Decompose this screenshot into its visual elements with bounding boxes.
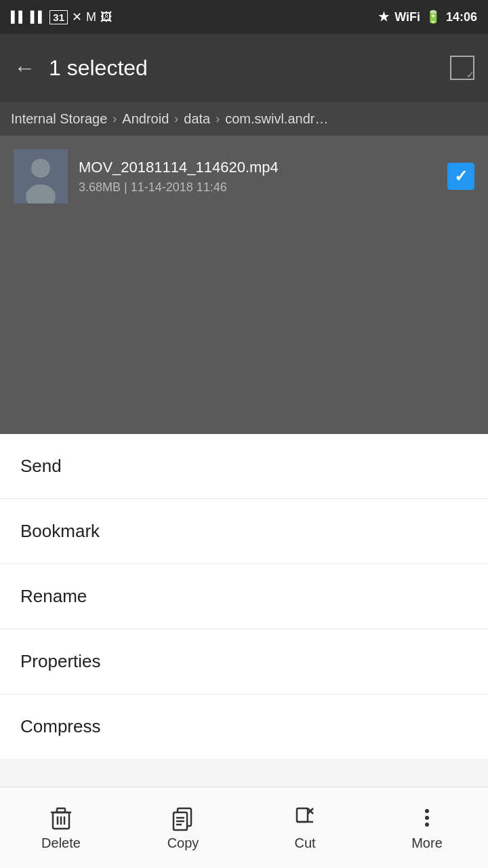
back-button[interactable]: ← [14,56,35,81]
cut-label: Cut [294,835,315,851]
selection-title: 1 selected [49,56,148,81]
status-bar: ▌▌ ▌▌ 31 ✕ M 🖼 ★ WiFi 🔋 14:06 [0,0,488,34]
delete-label: Delete [41,835,81,851]
cross-icon: ✕ [72,9,82,24]
checkbox-check-icon: ✓ [454,167,468,186]
breadcrumb-android[interactable]: Android [122,111,169,127]
select-all-button[interactable] [450,56,474,80]
svg-rect-6 [57,808,65,812]
toolbar-right [450,56,474,80]
star-icon: ★ [378,9,389,24]
file-checkbox[interactable]: ✓ [447,163,474,190]
svg-point-19 [425,809,429,813]
cut-icon [291,804,319,831]
menu-item-send[interactable]: Send [0,434,488,499]
signal-icon-1: ▌▌ [11,11,26,23]
delete-icon [47,804,75,831]
copy-button[interactable]: Copy [122,804,244,851]
menu-item-compress[interactable]: Compress [0,694,488,759]
copy-icon [169,804,197,831]
file-thumbnail-inner [14,149,68,203]
bottom-action-bar: Delete Copy Cut More [0,787,488,868]
status-right: ★ WiFi 🔋 14:06 [378,9,477,24]
toolbar-left: ← 1 selected [14,56,148,81]
thumbnail-image [14,149,68,203]
breadcrumb-data[interactable]: data [184,111,210,127]
empty-file-area [0,217,488,434]
breadcrumb: Internal Storage › Android › data › com.… [0,102,488,136]
breadcrumb-sep-3: › [216,112,220,126]
bottom-sheet-menu: Send Bookmark Rename Properties Compress [0,434,488,759]
menu-item-bookmark[interactable]: Bookmark [0,499,488,564]
gmail-icon: M [86,10,96,24]
svg-point-21 [425,823,429,827]
svg-rect-3 [14,149,68,203]
copy-label: Copy [167,835,199,851]
battery-icon: 🔋 [426,9,441,24]
file-item[interactable]: MOV_20181114_114620.mp4 3.68MB | 11-14-2… [0,142,488,210]
wifi-icon: WiFi [394,10,420,24]
file-info: MOV_20181114_114620.mp4 3.68MB | 11-14-2… [79,159,436,195]
breadcrumb-internal-storage[interactable]: Internal Storage [11,111,107,127]
file-meta: 3.68MB | 11-14-2018 11:46 [79,180,436,195]
signal-icon-2: ▌▌ [30,11,46,23]
file-list-area: MOV_20181114_114620.mp4 3.68MB | 11-14-2… [0,136,488,217]
svg-rect-15 [297,808,308,822]
time-display: 14:06 [446,10,477,24]
more-icon [413,804,441,831]
file-name: MOV_20181114_114620.mp4 [79,159,436,176]
status-left: ▌▌ ▌▌ 31 ✕ M 🖼 [11,9,113,24]
toolbar: ← 1 selected [0,34,488,102]
more-button[interactable]: More [366,804,488,851]
image-icon: 🖼 [100,10,113,24]
svg-point-20 [425,816,429,820]
cut-button[interactable]: Cut [244,804,366,851]
more-label: More [411,835,443,851]
breadcrumb-com-swivl[interactable]: com.swivl.andr… [225,111,328,127]
menu-item-properties[interactable]: Properties [0,629,488,694]
calendar-icon: 31 [49,10,68,24]
delete-button[interactable]: Delete [0,804,122,851]
breadcrumb-sep-1: › [113,112,117,126]
menu-item-rename[interactable]: Rename [0,564,488,629]
file-thumbnail [14,149,68,203]
breadcrumb-sep-2: › [174,112,178,126]
